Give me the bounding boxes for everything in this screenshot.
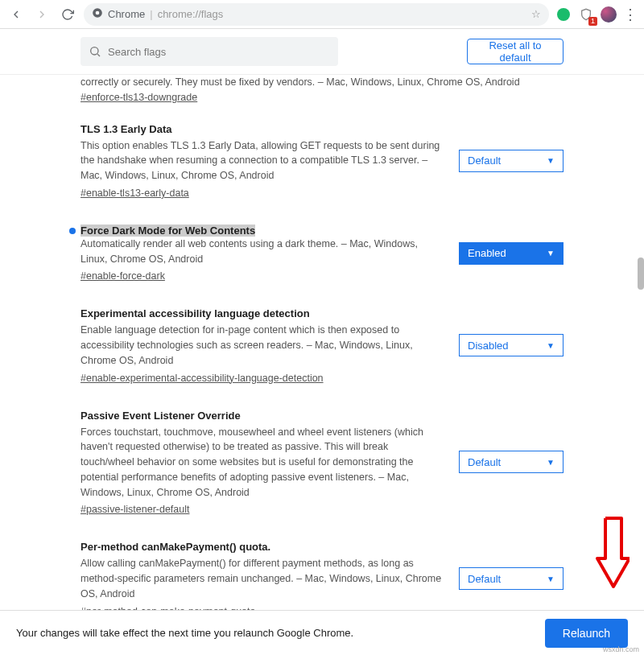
- flag-select[interactable]: Enabled▼: [459, 242, 564, 265]
- flag-title: Experimental accessibility language dete…: [80, 307, 443, 319]
- extension-badge: 1: [588, 17, 597, 26]
- flags-list: correctly or securely. They must be fixe…: [0, 75, 644, 638]
- forward-button[interactable]: [32, 5, 52, 24]
- partial-flag-top: correctly or securely. They must be fixe…: [80, 75, 564, 109]
- flag-item: TLS 1.3 Early DataThis option enables TL…: [80, 109, 564, 210]
- profile-avatar[interactable]: [601, 6, 617, 23]
- scrollbar-thumb[interactable]: [638, 257, 644, 290]
- browser-toolbar: Chrome | chrome://flags ☆ 1 ⋮: [0, 0, 644, 29]
- relaunch-message: Your changes will take effect the next t…: [16, 627, 545, 639]
- flag-description: Allow calling canMakePayment() for diffe…: [80, 556, 443, 601]
- chevron-down-icon: ▼: [547, 458, 555, 467]
- flag-description: Enable language detection for in-page co…: [80, 323, 443, 368]
- addr-url: chrome://flags: [158, 8, 224, 20]
- select-label: Default: [468, 456, 501, 468]
- flag-item: Experimental accessibility language dete…: [80, 293, 564, 394]
- reload-button[interactable]: [58, 5, 77, 24]
- flag-select[interactable]: Default▼: [459, 567, 564, 590]
- flag-description: Automatically render all web contents us…: [80, 237, 443, 267]
- extension-shield-icon[interactable]: 1: [578, 6, 594, 23]
- chrome-icon: [92, 7, 103, 21]
- flag-description: correctly or securely. They must be fixe…: [80, 75, 564, 90]
- search-icon: [89, 45, 101, 58]
- flag-title: Per-method canMakePayment() quota.: [80, 541, 443, 553]
- flag-select[interactable]: Disabled▼: [459, 334, 564, 356]
- flag-link[interactable]: #enable-tls13-early-data: [80, 187, 189, 199]
- svg-point-2: [91, 47, 98, 55]
- flag-title: Passive Event Listener Override: [80, 410, 443, 422]
- flag-link[interactable]: #enable-experimental-accessibility-langu…: [80, 373, 324, 384]
- flag-description: Forces touchstart, touchmove, mousewheel…: [80, 425, 443, 501]
- flag-select[interactable]: Default▼: [459, 150, 564, 172]
- select-label: Default: [468, 573, 501, 585]
- watermark: wsxdn.com: [603, 645, 639, 653]
- chevron-down-icon: ▼: [547, 249, 555, 257]
- chevron-down-icon: ▼: [547, 156, 555, 165]
- relaunch-bar: Your changes will take effect the next t…: [0, 610, 644, 655]
- flag-select[interactable]: Default▼: [459, 451, 564, 473]
- flag-link[interactable]: #passive-listener-default: [80, 504, 190, 515]
- flag-link[interactable]: #enforce-tls13-downgrade: [80, 92, 197, 103]
- search-input[interactable]: Search flags: [80, 37, 338, 66]
- chevron-down-icon: ▼: [547, 575, 555, 583]
- flag-item: Passive Event Listener OverrideForces to…: [80, 395, 564, 527]
- addr-separator: |: [150, 8, 152, 20]
- svg-line-3: [97, 54, 100, 56]
- flag-title: Force Dark Mode for Web Contents: [80, 225, 255, 237]
- select-label: Default: [468, 154, 501, 167]
- flag-link[interactable]: #enable-force-dark: [80, 270, 165, 282]
- reset-all-button[interactable]: Reset all to default: [467, 39, 564, 64]
- bookmark-star-icon[interactable]: ☆: [531, 8, 541, 20]
- flag-description: This option enables TLS 1.3 Early Data, …: [80, 138, 443, 183]
- chevron-down-icon: ▼: [547, 341, 555, 350]
- select-label: Disabled: [468, 340, 509, 352]
- back-button[interactable]: [6, 5, 26, 24]
- flags-header: Search flags Reset all to default: [0, 29, 644, 75]
- addr-label: Chrome: [108, 8, 145, 20]
- extension-green-icon[interactable]: [555, 6, 572, 23]
- flag-title: TLS 1.3 Early Data: [80, 123, 443, 135]
- address-bar[interactable]: Chrome | chrome://flags ☆: [84, 3, 549, 26]
- search-placeholder: Search flags: [108, 46, 166, 58]
- menu-button[interactable]: ⋮: [623, 6, 638, 23]
- svg-point-1: [96, 11, 100, 15]
- flag-item: Force Dark Mode for Web ContentsAutomati…: [80, 210, 564, 294]
- modified-dot: [69, 228, 76, 234]
- relaunch-button[interactable]: Relaunch: [545, 619, 628, 648]
- select-label: Enabled: [468, 247, 506, 259]
